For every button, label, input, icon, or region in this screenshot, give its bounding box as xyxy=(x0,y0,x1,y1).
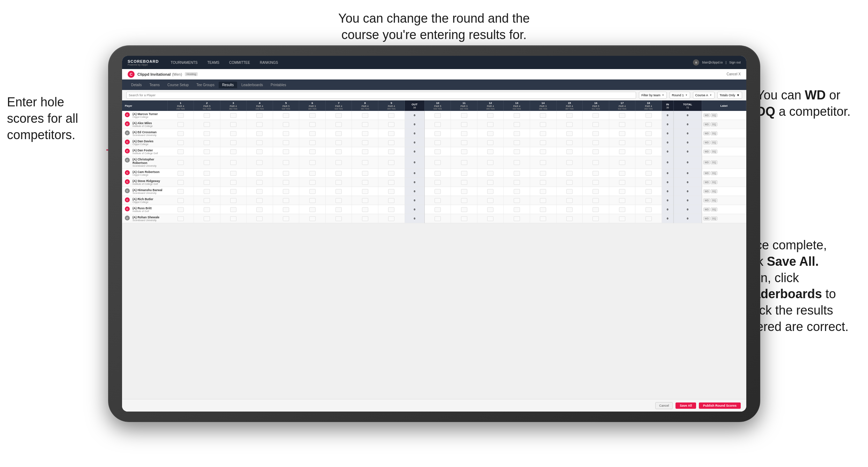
score-hole-8[interactable] xyxy=(352,205,378,214)
score-input-h8[interactable] xyxy=(362,198,368,203)
score-hole-6[interactable] xyxy=(299,187,326,196)
score-hole-11[interactable] xyxy=(451,178,477,187)
score-hole-10[interactable] xyxy=(424,147,451,156)
score-hole-5[interactable] xyxy=(273,120,299,129)
score-hole-18[interactable] xyxy=(635,147,662,156)
wd-button[interactable]: WD xyxy=(703,122,710,126)
score-input-h1[interactable] xyxy=(178,216,184,221)
score-hole-11[interactable] xyxy=(451,169,477,178)
score-input-h10[interactable] xyxy=(435,160,441,165)
score-input-h13[interactable] xyxy=(514,189,520,194)
score-input-h15[interactable] xyxy=(566,122,573,127)
score-hole-16[interactable] xyxy=(583,120,609,129)
score-input-h11[interactable] xyxy=(461,140,467,145)
score-input-h9[interactable] xyxy=(388,131,394,136)
score-hole-1[interactable] xyxy=(167,147,194,156)
wd-button[interactable]: WD xyxy=(703,131,710,135)
score-input-h12[interactable] xyxy=(487,140,493,145)
score-hole-6[interactable] xyxy=(299,196,326,205)
score-input-h4[interactable] xyxy=(256,131,263,136)
score-input-h5[interactable] xyxy=(283,216,289,221)
score-input-h2[interactable] xyxy=(204,198,210,203)
score-hole-4[interactable] xyxy=(247,138,273,147)
score-input-h12[interactable] xyxy=(487,198,493,203)
score-hole-4[interactable] xyxy=(247,111,273,120)
score-hole-17[interactable] xyxy=(609,196,635,205)
score-hole-18[interactable] xyxy=(635,111,662,120)
cancel-tournament-btn[interactable]: Cancel X xyxy=(726,72,741,76)
score-input-h5[interactable] xyxy=(283,140,289,145)
score-hole-5[interactable] xyxy=(273,178,299,187)
score-input-h6[interactable] xyxy=(309,207,316,212)
score-input-h4[interactable] xyxy=(256,122,263,127)
score-hole-15[interactable] xyxy=(556,156,583,169)
score-input-h12[interactable] xyxy=(487,207,493,212)
score-hole-17[interactable] xyxy=(609,147,635,156)
score-input-h5[interactable] xyxy=(283,189,289,194)
score-input-h4[interactable] xyxy=(256,207,263,212)
score-input-h9[interactable] xyxy=(388,216,394,221)
totals-only-toggle[interactable]: Totals Only ▼ xyxy=(717,92,742,99)
wd-button[interactable]: WD xyxy=(703,208,710,211)
wd-button[interactable]: WD xyxy=(703,113,710,117)
score-hole-9[interactable] xyxy=(378,147,405,156)
nav-tournaments[interactable]: TOURNAMENTS xyxy=(169,60,199,65)
wd-button[interactable]: WD xyxy=(703,150,710,153)
score-hole-16[interactable] xyxy=(583,147,609,156)
score-input-h9[interactable] xyxy=(388,160,394,165)
score-input-h1[interactable] xyxy=(178,113,184,118)
score-hole-8[interactable] xyxy=(352,178,378,187)
score-hole-13[interactable] xyxy=(504,196,530,205)
score-hole-4[interactable] xyxy=(247,120,273,129)
score-input-h18[interactable] xyxy=(646,122,652,127)
score-input-h11[interactable] xyxy=(461,131,467,136)
score-input-h10[interactable] xyxy=(435,216,441,221)
score-hole-2[interactable] xyxy=(194,169,220,178)
score-input-h16[interactable] xyxy=(592,122,599,127)
score-hole-11[interactable] xyxy=(451,196,477,205)
score-hole-18[interactable] xyxy=(635,169,662,178)
search-input[interactable] xyxy=(126,92,636,99)
score-input-h13[interactable] xyxy=(514,140,520,145)
score-input-h1[interactable] xyxy=(178,171,184,176)
save-all-button[interactable]: Save All xyxy=(675,402,696,409)
score-input-h12[interactable] xyxy=(487,171,493,176)
score-hole-17[interactable] xyxy=(609,111,635,120)
tab-course-setup[interactable]: Course Setup xyxy=(164,82,192,88)
score-hole-10[interactable] xyxy=(424,205,451,214)
score-hole-13[interactable] xyxy=(504,187,530,196)
score-input-h15[interactable] xyxy=(566,198,573,203)
score-input-h6[interactable] xyxy=(309,160,316,165)
score-input-h17[interactable] xyxy=(619,149,625,154)
score-hole-18[interactable] xyxy=(635,129,662,138)
score-hole-9[interactable] xyxy=(378,129,405,138)
score-hole-4[interactable] xyxy=(247,178,273,187)
score-hole-7[interactable] xyxy=(325,120,352,129)
tab-details[interactable]: Details xyxy=(128,82,145,88)
score-hole-14[interactable] xyxy=(530,129,557,138)
score-input-h17[interactable] xyxy=(619,122,625,127)
score-input-h8[interactable] xyxy=(362,171,368,176)
publish-button[interactable]: Publish Round Scores xyxy=(699,402,741,409)
score-input-h6[interactable] xyxy=(309,113,316,118)
score-input-h13[interactable] xyxy=(514,171,520,176)
score-input-h18[interactable] xyxy=(646,189,652,194)
score-hole-13[interactable] xyxy=(504,156,530,169)
score-input-h13[interactable] xyxy=(514,207,520,212)
score-hole-4[interactable] xyxy=(247,187,273,196)
score-hole-18[interactable] xyxy=(635,138,662,147)
score-hole-10[interactable] xyxy=(424,196,451,205)
score-hole-3[interactable] xyxy=(220,129,247,138)
score-hole-9[interactable] xyxy=(378,120,405,129)
dq-button[interactable]: DQ xyxy=(711,217,717,220)
score-input-h13[interactable] xyxy=(514,131,520,136)
score-input-h10[interactable] xyxy=(435,122,441,127)
score-input-h18[interactable] xyxy=(646,113,652,118)
score-hole-1[interactable] xyxy=(167,214,194,223)
score-input-h5[interactable] xyxy=(283,160,289,165)
score-input-h8[interactable] xyxy=(362,216,368,221)
score-hole-13[interactable] xyxy=(504,120,530,129)
score-hole-16[interactable] xyxy=(583,169,609,178)
score-hole-9[interactable] xyxy=(378,111,405,120)
score-hole-18[interactable] xyxy=(635,178,662,187)
